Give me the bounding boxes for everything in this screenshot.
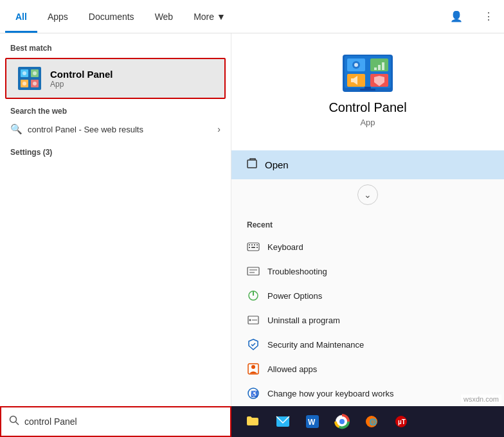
taskbar-globe-button[interactable]: 🌐	[357, 407, 386, 436]
security-icon	[247, 338, 260, 351]
tab-apps[interactable]: Apps	[37, 0, 78, 33]
app-detail-name: Control Panel	[328, 100, 406, 115]
svg-text:W: W	[308, 418, 316, 427]
svg-point-43	[251, 365, 255, 369]
list-item[interactable]: Troubleshooting	[231, 259, 504, 283]
chevron-down-icon: ▼	[217, 12, 226, 22]
expand-button[interactable]: ⌄	[357, 184, 378, 205]
tab-documents[interactable]: Documents	[78, 0, 145, 33]
keyboard-icon	[247, 240, 260, 253]
svg-rect-23	[360, 89, 375, 91]
svg-point-7	[22, 82, 26, 85]
svg-rect-33	[248, 267, 259, 275]
control-panel-large-icon	[342, 54, 393, 93]
best-match-item[interactable]: Control Panel App	[5, 58, 226, 99]
settings-label: Settings (3)	[10, 148, 221, 157]
app-detail-header: Control Panel App	[231, 33, 504, 150]
user-icon-button[interactable]: 👤	[445, 8, 468, 25]
search-overlay: All Apps Documents Web More ▼ 👤 ⋮ Best m…	[0, 0, 504, 406]
web-search-label: Search the web	[10, 107, 221, 116]
svg-point-8	[33, 82, 37, 85]
right-panel: Control Panel App Open ⌄	[231, 33, 504, 406]
recent-item-label: Allowed apps	[267, 364, 317, 374]
svg-point-6	[33, 71, 37, 75]
list-item[interactable]: Uninstall a program	[231, 308, 504, 332]
search-icon	[9, 415, 19, 428]
svg-rect-18	[378, 65, 381, 70]
left-panel: Best match	[0, 33, 231, 406]
svg-rect-27	[251, 244, 253, 245]
power-options-icon	[247, 289, 260, 302]
recent-item-label: Power Options	[267, 291, 322, 301]
taskbar-chrome-button[interactable]	[328, 407, 356, 436]
settings-section: Settings (3)	[0, 148, 231, 157]
web-search-query: control Panel - See web results	[28, 125, 143, 134]
expand-row: ⌄	[231, 179, 504, 210]
troubleshooting-icon	[247, 265, 260, 278]
best-match-text: Control Panel App	[50, 69, 113, 89]
control-panel-small-icon	[17, 66, 42, 91]
tabs-bar: All Apps Documents Web More ▼ 👤 ⋮	[0, 0, 504, 33]
search-bar	[0, 406, 231, 437]
svg-point-5	[22, 71, 26, 75]
taskbar-folder-button[interactable]	[239, 407, 267, 436]
svg-rect-24	[248, 160, 256, 168]
chevron-down-icon: ⌄	[364, 190, 372, 200]
content-area: Best match	[0, 33, 504, 406]
svg-rect-17	[374, 67, 377, 70]
list-item[interactable]: Allowed apps	[231, 357, 504, 381]
taskbar: W 🌐 µT	[0, 406, 504, 437]
tab-web[interactable]: Web	[145, 0, 184, 33]
recent-item-label: Uninstall a program	[267, 316, 340, 325]
watermark: wsxdn.com	[461, 395, 501, 404]
svg-text:♿: ♿	[251, 390, 258, 398]
recent-item-label: Troubleshooting	[267, 267, 327, 276]
recent-label: Recent	[231, 215, 504, 235]
keyboard-access-icon: ♿	[247, 387, 260, 400]
best-match-title: Control Panel	[50, 69, 113, 80]
list-item[interactable]: Security and Maintenance	[231, 332, 504, 357]
svg-rect-31	[251, 247, 255, 248]
svg-rect-30	[249, 247, 250, 248]
allowed-apps-icon	[247, 362, 260, 375]
web-search-left: 🔍 control Panel - See web results	[10, 123, 143, 135]
tab-all[interactable]: All	[5, 0, 37, 33]
svg-rect-32	[256, 247, 258, 248]
svg-point-39	[249, 319, 251, 321]
taskbar-mail-button[interactable]	[269, 407, 297, 436]
svg-rect-19	[382, 62, 384, 70]
svg-line-54	[16, 422, 19, 425]
list-item[interactable]: Keyboard	[231, 235, 504, 259]
taskbar-word-button[interactable]: W	[298, 407, 327, 436]
uninstall-icon	[247, 314, 260, 326]
recent-item-label: Change how your keyboard works	[267, 389, 394, 398]
search-input[interactable]	[24, 416, 222, 427]
svg-point-53	[10, 416, 17, 423]
svg-rect-26	[249, 244, 250, 245]
open-button-icon	[247, 158, 258, 172]
list-item[interactable]: Power Options	[231, 283, 504, 308]
tab-more[interactable]: More ▼	[183, 0, 236, 33]
tabs-right-icons: 👤 ⋮	[445, 0, 499, 33]
open-button-label: Open	[265, 159, 289, 170]
recent-section: Recent	[231, 210, 504, 406]
best-match-subtitle: App	[50, 80, 113, 89]
svg-rect-28	[254, 244, 255, 245]
web-search-item[interactable]: 🔍 control Panel - See web results ›	[10, 121, 221, 138]
chevron-right-icon: ›	[217, 124, 221, 134]
svg-point-16	[354, 63, 358, 67]
best-match-label: Best match	[0, 44, 231, 58]
svg-text:µT: µT	[398, 418, 406, 425]
svg-rect-29	[256, 244, 258, 245]
recent-item-label: Keyboard	[267, 242, 303, 252]
svg-point-59	[339, 419, 345, 424]
svg-text:🌐: 🌐	[369, 418, 377, 426]
taskbar-torrent-button[interactable]: µT	[387, 407, 415, 436]
search-web-icon: 🔍	[10, 123, 22, 135]
web-search-suffix: - See web results	[76, 125, 143, 134]
recent-item-label: Security and Maintenance	[267, 340, 364, 350]
web-search-section: Search the web 🔍 control Panel - See web…	[0, 107, 231, 148]
more-options-button[interactable]: ⋮	[478, 8, 499, 25]
app-detail-type: App	[360, 118, 375, 127]
open-button[interactable]: Open	[231, 150, 504, 179]
